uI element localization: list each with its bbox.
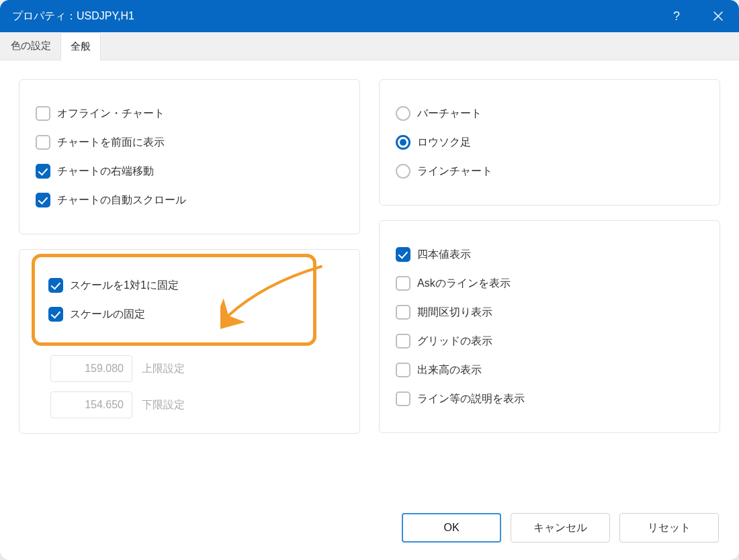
ohlc-row: 四本値表示 (396, 244, 703, 265)
button-bar: OK キャンセル リセット (0, 500, 739, 560)
display-options-panel: 四本値表示 Askのラインを表示 期間区切り表示 グリッドの表示 出来高の表示 (379, 220, 720, 433)
ohlc-checkbox[interactable] (396, 247, 410, 262)
object-desc-label: ライン等の説明を表示 (417, 392, 525, 406)
upper-limit-row: 上限設定 (50, 355, 343, 382)
right-shift-label: チャートの右端移動 (57, 165, 154, 179)
fix-scale-1to1-checkbox[interactable] (48, 278, 63, 293)
candle-label: ロウソク足 (417, 136, 471, 150)
fix-scale-label: スケールの固定 (70, 308, 145, 322)
ohlc-label: 四本値表示 (417, 248, 471, 262)
close-button[interactable] (697, 0, 739, 32)
period-sep-checkbox[interactable] (396, 305, 410, 320)
left-column: オフライン・チャート チャートを前面に表示 チャートの右端移動 チャートの自動ス… (19, 79, 360, 500)
offline-chart-row: オフライン・チャート (36, 103, 343, 124)
highlight-box: スケールを1対1に固定 スケールの固定 (32, 254, 316, 346)
help-button[interactable]: ? (656, 0, 697, 32)
fix-scale-1to1-row: スケールを1対1に固定 (48, 275, 300, 295)
ok-button[interactable]: OK (402, 513, 501, 543)
cancel-button[interactable]: キャンセル (511, 513, 610, 543)
lower-limit-row: 下限設定 (50, 391, 343, 418)
lower-limit-label: 下限設定 (142, 398, 185, 412)
chart-type-panel: バーチャート ロウソク足 ラインチャート (379, 79, 720, 205)
scale-panel: スケールを1対1に固定 スケールの固定 上限設定 下限設定 (19, 249, 360, 434)
auto-scroll-checkbox[interactable] (36, 193, 50, 207)
grid-label: グリッドの表示 (417, 334, 492, 348)
reset-button[interactable]: リセット (619, 513, 719, 543)
fix-scale-1to1-label: スケールを1対1に固定 (70, 279, 179, 293)
close-icon (713, 11, 724, 21)
volume-row: 出来高の表示 (396, 360, 703, 380)
auto-scroll-label: チャートの自動スクロール (57, 193, 186, 207)
period-sep-label: 期間区切り表示 (417, 306, 492, 320)
ask-line-checkbox[interactable] (396, 276, 410, 291)
tab-general[interactable]: 全般 (60, 32, 101, 60)
tabs: 色の設定 全般 (0, 32, 739, 60)
dialog-window: プロパティ：USDJPY,H1 ? 色の設定 全般 オフライン・チャート チャー… (0, 0, 739, 560)
right-shift-row: チャートの右端移動 (36, 161, 343, 181)
offline-chart-label: オフライン・チャート (57, 107, 165, 121)
lower-limit-input[interactable] (50, 391, 132, 418)
titlebar: プロパティ：USDJPY,H1 ? (0, 0, 739, 32)
candle-radio[interactable] (396, 135, 410, 150)
right-column: バーチャート ロウソク足 ラインチャート 四本値表示 As (379, 79, 720, 500)
line-chart-row: ラインチャート (396, 161, 703, 181)
auto-scroll-row: チャートの自動スクロール (36, 190, 343, 210)
period-sep-row: 期間区切り表示 (396, 302, 703, 322)
bar-chart-radio[interactable] (396, 106, 410, 121)
fix-scale-row: スケールの固定 (48, 304, 300, 324)
object-desc-checkbox[interactable] (396, 391, 410, 406)
grid-checkbox[interactable] (396, 334, 410, 348)
fix-scale-checkbox[interactable] (48, 307, 63, 322)
object-desc-row: ライン等の説明を表示 (396, 389, 703, 409)
candle-row: ロウソク足 (396, 132, 703, 152)
content-area: オフライン・チャート チャートを前面に表示 チャートの右端移動 チャートの自動ス… (0, 60, 739, 500)
right-shift-checkbox[interactable] (36, 164, 50, 179)
line-chart-label: ラインチャート (417, 165, 492, 179)
upper-limit-input[interactable] (50, 355, 132, 382)
help-icon: ? (673, 9, 680, 24)
chart-to-front-row: チャートを前面に表示 (36, 132, 343, 152)
offline-chart-checkbox[interactable] (36, 106, 50, 121)
chart-to-front-checkbox[interactable] (36, 135, 50, 150)
window-title: プロパティ：USDJPY,H1 (12, 9, 656, 24)
grid-row: グリッドの表示 (396, 331, 703, 351)
chart-options-panel: オフライン・チャート チャートを前面に表示 チャートの右端移動 チャートの自動ス… (19, 79, 360, 234)
bar-chart-row: バーチャート (396, 103, 703, 124)
line-chart-radio[interactable] (396, 164, 410, 179)
bar-chart-label: バーチャート (417, 107, 482, 121)
chart-to-front-label: チャートを前面に表示 (57, 136, 165, 150)
upper-limit-label: 上限設定 (142, 362, 185, 376)
ask-line-row: Askのラインを表示 (396, 273, 703, 293)
volume-checkbox[interactable] (396, 363, 410, 377)
volume-label: 出来高の表示 (417, 363, 482, 377)
ask-line-label: Askのラインを表示 (417, 277, 511, 291)
tab-colors[interactable]: 色の設定 (1, 32, 60, 60)
